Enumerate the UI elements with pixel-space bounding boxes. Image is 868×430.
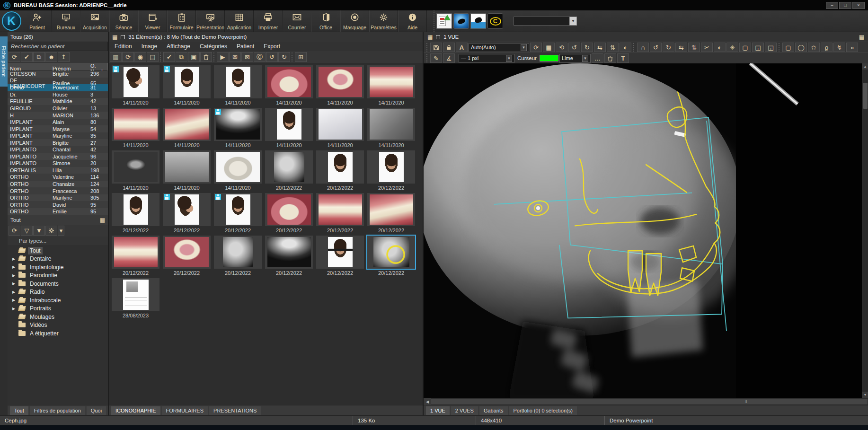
rotate-right-icon[interactable]: ↻ <box>581 43 593 52</box>
toolbar-button-bureaux[interactable]: Bureaux <box>52 10 80 32</box>
patient-row-implant[interactable]: IMPLANTBrigitte27 <box>8 139 108 146</box>
thumbnail-7-teeth[interactable]: 14/11/2020 <box>112 108 159 149</box>
tree-item-implantologie[interactable]: ▶Implantologie <box>11 263 108 272</box>
wand-icon[interactable]: ↯ <box>833 43 845 52</box>
eye-icon[interactable]: ◉ <box>134 52 146 62</box>
table-icon[interactable]: ⊞ <box>295 52 307 62</box>
select-polygon-icon[interactable]: ✩ <box>808 43 820 52</box>
square-icon[interactable] <box>121 35 125 39</box>
patient-row-implant[interactable]: IMPLANTAlain80 <box>8 119 108 126</box>
toolbar-button-viewer[interactable]: Viewer <box>138 10 167 32</box>
thumbnail-17-face[interactable]: 20/12/2022 <box>316 150 364 192</box>
dots-icon[interactable]: … <box>592 53 603 63</box>
toolbar-button-office[interactable]: Office <box>311 10 340 32</box>
viewer-tab-2-vues[interactable]: 2 VUES <box>451 406 478 415</box>
patient-row-ortho[interactable]: ORTHOMarilyne305 <box>8 194 108 202</box>
tree-item-portraits[interactable]: ▶Portraits <box>11 305 108 313</box>
select-ellipse-icon[interactable]: ◯ <box>795 43 807 52</box>
grid-icon[interactable]: ▦ <box>427 34 433 40</box>
floppy-icon[interactable] <box>430 43 442 52</box>
patient-row-dr-[interactable]: Dr.House3 <box>8 91 108 98</box>
patient-row-implanto[interactable]: IMPLANTOChantal42 <box>8 146 108 153</box>
color-name-select[interactable]: Lime ▼ <box>559 54 591 63</box>
expand-arrow-icon[interactable]: ▶ <box>12 273 15 278</box>
toolbar-button-patient[interactable]: Patient <box>23 10 52 32</box>
orca-splash-icon[interactable] <box>470 13 486 29</box>
toolbar-button-imprimer[interactable]: Imprimer <box>254 10 283 32</box>
patient-row-giroud[interactable]: GIROUDOlivier13 <box>8 105 108 112</box>
orca-globe-icon[interactable] <box>453 13 469 29</box>
expand-arrow-icon[interactable]: ▶ <box>12 290 15 294</box>
toolbar-button-aide[interactable]: Aide <box>398 10 427 32</box>
contact-icon[interactable]: Ⓒ <box>254 52 266 62</box>
tiles-icon[interactable]: ▦ <box>110 52 122 62</box>
thumbnail-8-teethside[interactable]: 14/11/2020 <box>163 108 211 149</box>
pencil-icon[interactable]: ✎ <box>430 53 442 63</box>
patient-row-implanto[interactable]: IMPLANTOJacqueline96 <box>8 153 108 160</box>
rotate-icon[interactable]: ⟲ <box>556 43 567 52</box>
expand-arrow-icon[interactable]: ▶ <box>12 298 15 302</box>
report-icon[interactable]: ▤ <box>147 52 159 62</box>
menu-cat-gories[interactable]: Catégories <box>200 43 227 50</box>
thumbnail-27-ceph[interactable]: 20/12/2022 <box>214 236 262 277</box>
rotate-right-icon[interactable]: ↻ <box>663 43 674 52</box>
vertical-scrollbar[interactable]: ▲ ▼ <box>862 63 868 398</box>
toolbar-button-parametres[interactable]: Paramètres <box>369 10 398 32</box>
thumbnail-11-modelclear[interactable]: 14/11/2020 <box>316 108 364 149</box>
patient-table-header[interactable]: Nom Prénom O. Nomb <box>8 63 108 70</box>
flip-v-icon[interactable]: ⇅ <box>688 43 700 52</box>
zoom-select[interactable]: Auto(Auto) ▼ <box>469 43 529 52</box>
expand-arrow-icon[interactable]: ▶ <box>12 307 15 311</box>
menu-edition[interactable]: Edition <box>115 43 132 50</box>
refresh-icon[interactable]: ⟳ <box>9 226 20 236</box>
menu-export[interactable]: Export <box>264 43 280 50</box>
image-add-icon[interactable]: ◲ <box>752 43 764 52</box>
chevron-down-icon[interactable]: ▼ <box>582 55 588 62</box>
menu-image[interactable]: Image <box>142 43 157 50</box>
toolbar-button-presentation[interactable]: Présentation <box>196 10 225 32</box>
expand-arrow-icon[interactable]: ▶ <box>12 265 15 269</box>
patient-row-orthalis[interactable]: ORTHALISLilia198 <box>8 167 108 174</box>
thumbnail-22-occlup[interactable]: 20/12/2022 <box>265 193 313 235</box>
viewer-tab-portfolio-0-0-s-lection-s-[interactable]: Portfolio (0) 0 sélection(s) <box>509 406 577 415</box>
thumbnail-2-face[interactable]: 14/11/2020 <box>163 65 211 107</box>
thumbnail-9-panxray[interactable]: 14/11/2020 <box>214 108 262 149</box>
patient-row-demo[interactable]: DemoPowerpoint31 <box>8 84 108 91</box>
scroll-up-icon[interactable]: ▲ <box>862 63 868 70</box>
letter-a-icon[interactable]: A <box>456 43 468 52</box>
select-rect-icon[interactable]: ▢ <box>782 43 794 52</box>
refresh-rotate-icon[interactable]: ⟳ <box>530 43 542 52</box>
caret-icon[interactable]: ▾ <box>58 226 64 236</box>
thumbnail-6-teeth[interactable]: 14/11/2020 <box>367 65 415 107</box>
rotate-left-icon[interactable]: ↺ <box>568 43 580 52</box>
flip-h-icon[interactable]: ⇆ <box>675 43 687 52</box>
thumbnail-26-occllow[interactable]: 20/12/2022 <box>163 236 211 277</box>
patient-row-implant[interactable]: IMPLANTMaryse54 <box>8 125 108 132</box>
minimize-button[interactable]: – <box>826 2 838 9</box>
patient-add-icon[interactable]: ☻ <box>45 52 57 62</box>
thumbnail-5-occllow[interactable]: 14/11/2020 <box>316 65 364 107</box>
thumbnail-21-face34[interactable]: 20/12/2022 <box>214 193 262 235</box>
thumbnail-24-teethside[interactable]: 20/12/2022 <box>367 193 415 235</box>
sidebar-tab-quoi[interactable]: Quoi <box>87 406 106 415</box>
gallery-tab-presentations[interactable]: PRESENTATIONS <box>209 406 261 415</box>
toolbar-button-courrier[interactable]: Courrier <box>283 10 311 32</box>
menu-affichage[interactable]: Affichage <box>167 43 190 50</box>
validate-icon[interactable]: ✔ <box>163 52 175 62</box>
rotate-left-icon[interactable]: ↺ <box>266 52 278 62</box>
toolbar-button-acquisition[interactable]: Acquisition <box>80 10 109 32</box>
image-export-icon[interactable]: ◱ <box>765 43 777 52</box>
close-button[interactable]: × <box>852 2 865 9</box>
palette-icon[interactable]: ◐ <box>620 43 631 52</box>
thumbnail-10-face[interactable]: 14/11/2020 <box>265 108 313 149</box>
sidebar-tab-tout[interactable]: Tout <box>10 406 28 415</box>
thumbnail-14-modelgray[interactable]: 14/11/2020 <box>163 150 211 192</box>
patient-row-ortho[interactable]: ORTHOFrancesca208 <box>8 187 108 194</box>
thumbnail-28-panxray[interactable]: 20/12/2022 <box>265 236 313 277</box>
patient-row-implant[interactable]: IMPLANTMaryline35 <box>8 132 108 140</box>
video-icon[interactable]: ▶ <box>217 52 229 62</box>
thumbnail-4-occlup[interactable]: 14/11/2020 <box>265 65 313 107</box>
thumbnail-13-appliancedark[interactable]: 14/11/2020 <box>112 150 159 192</box>
enhance-icon[interactable]: ✳ <box>726 43 738 52</box>
rotate-left-icon[interactable]: ↺ <box>650 43 662 52</box>
